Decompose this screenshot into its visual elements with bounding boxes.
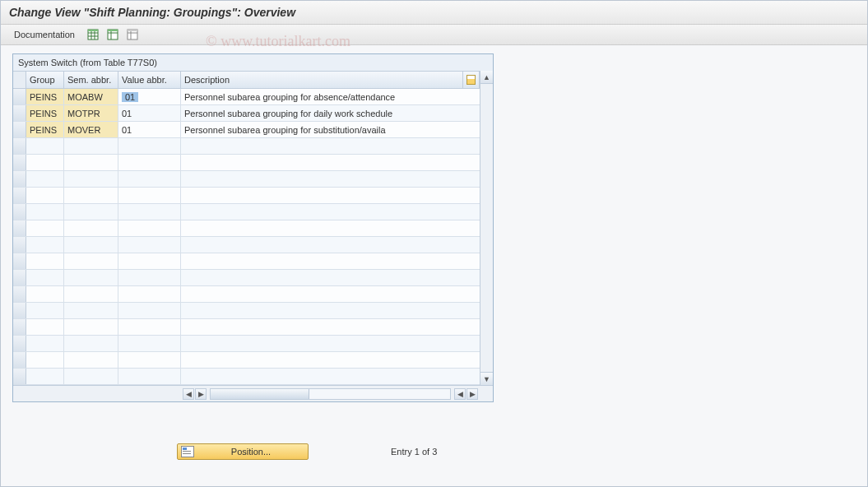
row-selector[interactable] — [13, 319, 26, 335]
table-row[interactable] — [13, 138, 480, 155]
cell-value-abbr[interactable] — [118, 253, 181, 269]
table-row[interactable]: PEINSMOVER01Personnel subarea grouping f… — [13, 122, 480, 138]
cell-description — [181, 369, 480, 384]
cell-sem-abbr — [64, 155, 118, 170]
row-selector[interactable] — [13, 122, 26, 137]
row-selector[interactable] — [13, 204, 26, 220]
table-row[interactable] — [13, 220, 480, 237]
row-selector[interactable] — [13, 336, 26, 351]
hscroll-thumb[interactable] — [211, 389, 309, 399]
cell-description: Personnel subarea grouping for absence/a… — [181, 89, 480, 104]
vertical-scrollbar[interactable]: ▲ ▼ — [480, 71, 493, 385]
cell-sem-abbr — [64, 253, 118, 269]
cell-value-abbr[interactable] — [118, 369, 181, 384]
entry-info: Entry 1 of 3 — [391, 447, 437, 457]
table-config-icon — [466, 75, 476, 85]
column-description[interactable]: Description — [181, 72, 463, 88]
table-row[interactable] — [13, 286, 480, 303]
row-selector[interactable] — [13, 155, 26, 170]
header-bar: Change View "Shift Planning: Groupings":… — [1, 1, 867, 25]
row-selector[interactable] — [13, 105, 26, 121]
table-row[interactable] — [13, 352, 480, 369]
table-row[interactable] — [13, 369, 480, 385]
table-row[interactable] — [13, 336, 480, 352]
hscroll-left-button[interactable]: ◀ — [183, 388, 194, 400]
cell-value-abbr[interactable] — [118, 220, 181, 236]
cell-value-abbr[interactable] — [118, 204, 181, 220]
cell-group — [26, 204, 64, 220]
row-selector[interactable] — [13, 286, 26, 302]
table-settings-icon-2[interactable] — [106, 28, 119, 41]
cell-description — [181, 270, 480, 285]
row-selector[interactable] — [13, 138, 26, 154]
hscroll-track[interactable] — [210, 388, 451, 400]
table-row[interactable] — [13, 188, 480, 204]
cell-description — [181, 336, 480, 351]
cell-group — [26, 352, 64, 368]
table-row[interactable] — [13, 319, 480, 336]
cell-sem-abbr — [64, 286, 118, 302]
row-selector[interactable] — [13, 352, 26, 368]
cell-value-abbr[interactable] — [118, 319, 181, 335]
cell-sem-abbr — [64, 336, 118, 351]
table-config-button[interactable] — [463, 72, 480, 88]
cell-value-abbr[interactable] — [118, 155, 181, 170]
documentation-button[interactable]: Documentation — [9, 28, 80, 41]
cell-value-abbr[interactable]: 01 — [118, 122, 181, 137]
cell-sem-abbr — [64, 171, 118, 187]
toolbar: Documentation — [1, 25, 867, 45]
cell-value-abbr[interactable] — [118, 336, 181, 351]
cell-group — [26, 171, 64, 187]
cell-value-abbr[interactable] — [118, 303, 181, 318]
hscroll-right-button[interactable]: ▶ — [195, 388, 207, 400]
table-row[interactable]: PEINSMOTPR01Personnel subarea grouping f… — [13, 105, 480, 122]
table-row[interactable] — [13, 303, 480, 319]
scroll-up-button[interactable]: ▲ — [480, 71, 493, 84]
table-settings-icon-3[interactable] — [126, 28, 139, 41]
table-settings-icon-1[interactable] — [86, 28, 100, 41]
row-selector[interactable] — [13, 369, 26, 384]
table-row[interactable]: PEINSMOABW01Personnel subarea grouping f… — [13, 89, 480, 105]
table-row[interactable] — [13, 270, 480, 286]
cell-group — [26, 270, 64, 285]
table-row[interactable] — [13, 237, 480, 253]
cell-value-abbr[interactable] — [118, 286, 181, 302]
table-row[interactable] — [13, 171, 480, 188]
cell-description — [181, 319, 480, 335]
column-sem-abbr[interactable]: Sem. abbr. — [64, 72, 118, 88]
cell-value-abbr[interactable]: 01 — [118, 89, 181, 104]
row-selector[interactable] — [13, 220, 26, 236]
cell-sem-abbr — [64, 237, 118, 253]
cell-value-abbr[interactable] — [118, 171, 181, 187]
row-selector[interactable] — [13, 89, 26, 104]
column-group[interactable]: Group — [26, 72, 64, 88]
table-row[interactable] — [13, 204, 480, 220]
row-selector[interactable] — [13, 237, 26, 253]
cell-value-abbr[interactable] — [118, 138, 181, 154]
cell-sem-abbr — [64, 319, 118, 335]
row-selector[interactable] — [13, 270, 26, 285]
cell-group — [26, 138, 64, 154]
cell-value-abbr[interactable]: 01 — [118, 105, 181, 121]
row-selector[interactable] — [13, 171, 26, 187]
table-title: System Switch (from Table T77S0) — [13, 54, 493, 71]
row-selector[interactable] — [13, 303, 26, 318]
cell-value-abbr[interactable] — [118, 188, 181, 203]
column-value-abbr[interactable]: Value abbr. — [118, 72, 181, 88]
hscroll-left-button-2[interactable]: ◀ — [454, 388, 466, 400]
row-selector[interactable] — [13, 188, 26, 203]
position-button[interactable]: Position... — [177, 443, 309, 460]
scroll-down-button[interactable]: ▼ — [480, 372, 493, 385]
table-row[interactable] — [13, 253, 480, 270]
cell-description — [181, 352, 480, 368]
cell-value-abbr[interactable] — [118, 270, 181, 285]
table-row[interactable] — [13, 155, 480, 171]
cell-value-abbr[interactable] — [118, 237, 181, 253]
row-selector[interactable] — [13, 253, 26, 269]
hscroll-right-button-2[interactable]: ▶ — [466, 388, 478, 400]
cell-value-abbr[interactable] — [118, 352, 181, 368]
column-selector[interactable] — [13, 72, 26, 88]
scroll-track[interactable] — [480, 84, 493, 372]
cell-description — [181, 220, 480, 236]
horizontal-scrollbar[interactable]: ◀ ▶ ◀ ▶ — [13, 385, 493, 401]
